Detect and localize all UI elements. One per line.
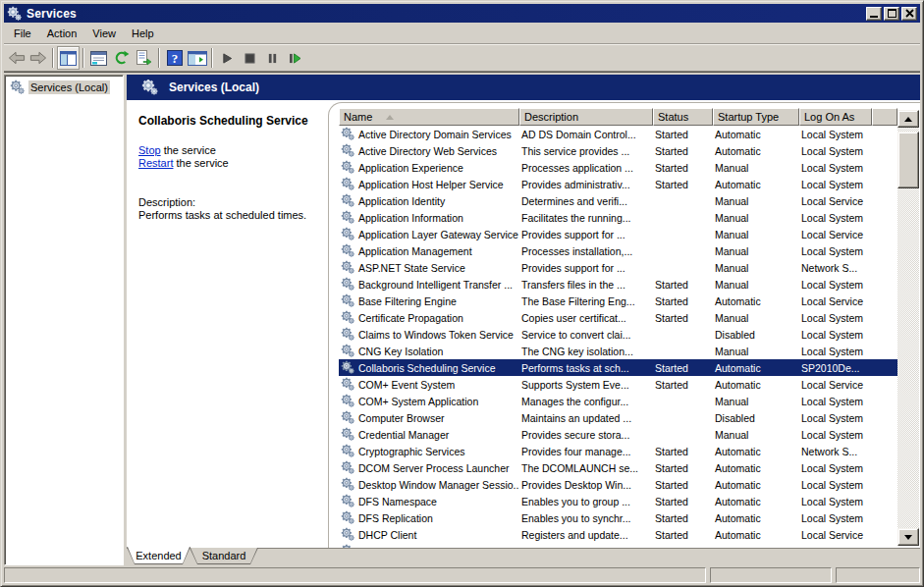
service-startup-cell: Manual [713, 346, 799, 357]
service-description-cell: The DCOMLAUNCH se... [519, 462, 653, 474]
refresh-button[interactable] [110, 46, 133, 70]
title-bar[interactable]: Services [4, 4, 920, 23]
service-row[interactable]: Application InformationFacilitates the r… [339, 209, 897, 226]
back-button[interactable] [6, 46, 27, 70]
service-row[interactable]: ASP.NET State ServiceProvides support fo… [339, 259, 897, 276]
column-header-log-on-as[interactable]: Log On As [799, 108, 872, 126]
service-status-cell: Started [653, 529, 713, 541]
service-logon-cell: Local System [799, 312, 872, 324]
properties-button[interactable] [87, 46, 110, 70]
scroll-down-button[interactable] [897, 528, 919, 546]
service-row[interactable]: Credential ManagerProvides secure stora.… [339, 426, 897, 443]
service-name-cell: Application Host Helper Service [339, 177, 519, 191]
menu-view[interactable]: View [84, 25, 124, 42]
service-row[interactable]: DFS ReplicationEnables you to synchr...S… [339, 509, 897, 526]
service-description-cell: Provides Desktop Win... [519, 479, 653, 491]
service-startup-cell: Automatic [713, 446, 799, 457]
restart-service-icon [289, 53, 301, 64]
service-logon-cell: Local System [799, 329, 872, 341]
service-row[interactable]: DHCP ClientRegisters and update...Starte… [339, 526, 897, 543]
service-row[interactable]: COM+ System ApplicationManages the confi… [339, 393, 897, 409]
service-row[interactable]: Certificate PropagationCopies user certi… [339, 309, 897, 326]
service-logon-cell: Local System [799, 462, 872, 474]
tab-standard[interactable]: Standard [190, 548, 258, 564]
scrollbar-thumb[interactable] [897, 132, 919, 188]
service-row[interactable]: Base Filtering EngineThe Base Filtering … [339, 293, 897, 309]
close-button[interactable] [901, 7, 917, 21]
service-row[interactable]: DCOM Server Process LauncherThe DCOMLAUN… [339, 459, 897, 476]
service-logon-cell: Local System [799, 346, 872, 357]
stop-link[interactable]: Stop [138, 144, 161, 156]
show-console-tree-button[interactable] [57, 46, 80, 70]
service-row[interactable]: Application Host Helper ServiceProvides … [339, 176, 897, 192]
service-row[interactable]: Application IdentityDetermines and verif… [339, 192, 897, 209]
services-banner-icon [141, 79, 159, 96]
service-gear-icon [341, 177, 355, 191]
service-logon-cell: Local System [799, 512, 872, 524]
restart-service-button[interactable] [284, 46, 306, 70]
column-header-startup-type[interactable]: Startup Type [713, 108, 799, 126]
column-header-description[interactable]: Description [519, 108, 653, 126]
service-logon-cell: Local System [799, 212, 872, 224]
service-description-cell: Maintains an updated ... [519, 412, 653, 424]
service-description-cell: This service provides ... [519, 145, 653, 157]
services-rows: Active Directory Domain ServicesAD DS Do… [339, 126, 897, 548]
service-name-cell: DHCP Client [339, 527, 519, 542]
menu-file[interactable]: File [6, 25, 39, 42]
tab-extended[interactable]: Extended [127, 547, 190, 564]
service-description-cell: Copies user certificat... [519, 312, 653, 324]
service-row[interactable]: CNG Key IsolationThe CNG key isolation..… [339, 343, 897, 359]
show-action-pane-button[interactable] [186, 46, 208, 70]
service-name-cell: COM+ System Application [339, 394, 519, 408]
service-logon-cell: Network S... [799, 446, 872, 457]
service-row[interactable]: Application ExperienceProcesses applicat… [339, 159, 897, 176]
service-logon-cell: Local Service [799, 529, 872, 541]
stop-service-line: Stop the service [138, 144, 216, 156]
forward-button[interactable] [27, 46, 49, 70]
console-tree-pane: Services (Local) [4, 75, 124, 565]
export-list-button[interactable] [133, 46, 155, 70]
service-gear-icon [341, 277, 355, 292]
service-row[interactable]: Desktop Window Manager Sessio...Provides… [339, 476, 897, 493]
service-row[interactable]: Claims to Windows Token ServiceService t… [339, 326, 897, 343]
service-startup-cell: Manual [713, 279, 799, 291]
menu-bar: File Action View Help [4, 24, 920, 44]
stop-service-button[interactable] [239, 46, 261, 70]
tab-extended-label: Extended [136, 550, 181, 561]
menu-action[interactable]: Action [39, 25, 85, 42]
service-row[interactable]: Computer BrowserMaintains an updated ...… [339, 409, 897, 426]
service-row[interactable]: Cryptographic ServicesProvides four mana… [339, 443, 897, 459]
service-name-cell: CNG Key Isolation [339, 344, 519, 358]
service-startup-cell: Automatic [713, 479, 799, 491]
column-header-filler [872, 108, 897, 126]
service-startup-cell: Automatic [713, 379, 799, 391]
restart-link[interactable]: Restart [138, 157, 173, 169]
maximize-button[interactable] [884, 7, 899, 21]
service-row[interactable]: Background Intelligent Transfer ...Trans… [339, 276, 897, 293]
service-gear-icon [341, 243, 355, 258]
service-status-cell: Started [653, 129, 713, 140]
column-header-name[interactable]: Name [339, 108, 519, 126]
pause-service-button[interactable] [261, 46, 284, 70]
tree-item-services-local[interactable]: Services (Local) [10, 80, 123, 95]
service-row[interactable]: COM+ Event SystemSupports System Eve...S… [339, 376, 897, 393]
vertical-scrollbar[interactable] [897, 110, 919, 546]
service-row[interactable]: DFS NamespaceEnables you to group ...Sta… [339, 493, 897, 509]
service-name-cell: Active Directory Web Services [339, 143, 519, 158]
menu-help[interactable]: Help [124, 25, 162, 42]
service-row[interactable]: Active Directory Web ServicesThis servic… [339, 142, 897, 159]
help-button[interactable]: ? [163, 46, 186, 70]
start-service-button[interactable] [216, 46, 239, 70]
scroll-up-button[interactable] [897, 110, 919, 128]
toolbar-separator [82, 48, 84, 68]
minimize-button[interactable] [866, 7, 882, 21]
column-header-status[interactable]: Status [653, 108, 713, 126]
service-logon-cell: Network S... [799, 262, 872, 274]
service-logon-cell: Local System [799, 396, 872, 407]
service-description-cell: Provides support for ... [519, 262, 653, 274]
service-row[interactable]: Collaboris Scheduling ServicePerforms ta… [339, 359, 897, 376]
service-row[interactable]: Application Layer Gateway ServiceProvide… [339, 226, 897, 242]
service-row[interactable]: Application ManagementProcesses installa… [339, 242, 897, 259]
service-logon-cell: Local Service [799, 295, 872, 307]
service-row[interactable]: Active Directory Domain ServicesAD DS Do… [339, 126, 897, 142]
